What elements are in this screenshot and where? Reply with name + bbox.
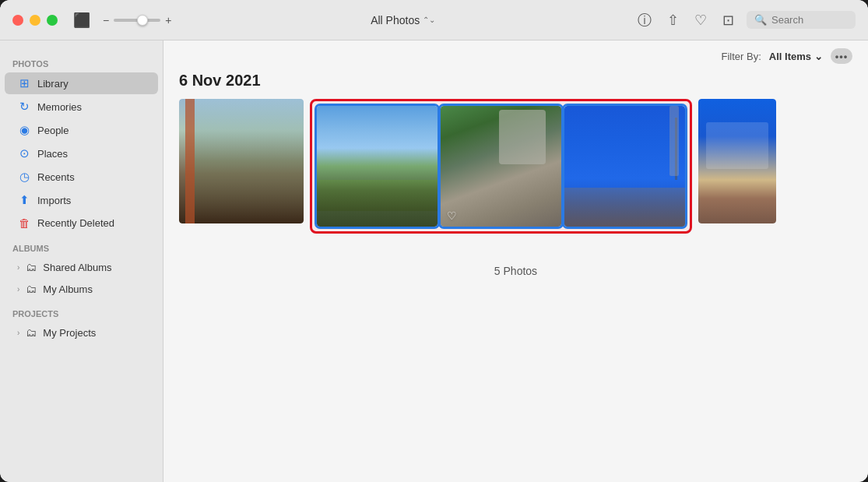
imports-icon: ⬆: [17, 193, 31, 207]
photos-section: 6 Nov 2021: [163, 72, 868, 482]
more-options-button[interactable]: •••: [831, 48, 852, 64]
zoom-slider-thumb[interactable]: [137, 15, 148, 26]
folder-icon: 🗂: [26, 261, 37, 273]
minimize-button[interactable]: [30, 15, 40, 26]
recents-icon: ◷: [17, 170, 31, 184]
people-icon: ◉: [17, 123, 31, 137]
share-icon[interactable]: ⇧: [664, 9, 682, 32]
places-icon: ⊙: [17, 146, 31, 160]
sidebar-item-label: Memories: [37, 101, 82, 113]
toolbar-left: ⬛ − +: [70, 9, 171, 32]
all-photos-dropdown[interactable]: All Photos ⌃⌄: [364, 11, 441, 30]
sidebar-item-label: Places: [37, 148, 68, 160]
toolbar-center: All Photos ⌃⌄: [364, 11, 441, 30]
sidebar-item-label: Recently Deleted: [37, 217, 114, 229]
sidebar-item-my-projects[interactable]: › 🗂 My Projects: [5, 322, 158, 343]
close-button[interactable]: [12, 15, 23, 26]
zoom-control: − +: [103, 14, 171, 26]
photo-1[interactable]: [179, 99, 304, 223]
sidebar-item-memories[interactable]: ↻ Memories: [5, 96, 158, 118]
zoom-plus-button[interactable]: +: [165, 14, 171, 26]
sidebar-item-recently-deleted[interactable]: 🗑 Recently Deleted: [5, 213, 158, 234]
sidebar-item-label: Library: [37, 78, 69, 90]
crop-icon[interactable]: ⊡: [719, 9, 737, 32]
maximize-button[interactable]: [47, 15, 58, 26]
slideshow-icon[interactable]: ⬛: [70, 9, 93, 32]
favorite-heart-icon: ♡: [447, 209, 457, 222]
search-box[interactable]: 🔍: [747, 11, 856, 29]
filter-bar: Filter By: All Items ⌄ •••: [163, 40, 868, 72]
search-input[interactable]: [771, 14, 848, 26]
sidebar-section-photos: Photos: [0, 56, 163, 72]
traffic-lights: [12, 15, 58, 26]
sidebar-item-label: My Projects: [43, 327, 96, 339]
sidebar-item-library[interactable]: ⊞ Library: [5, 72, 158, 94]
sidebar-item-imports[interactable]: ⬆ Imports: [5, 189, 158, 211]
library-icon: ⊞: [17, 76, 31, 90]
sidebar-item-label: My Albums: [43, 283, 93, 295]
photos-row: ♡: [179, 99, 852, 234]
date-header: 6 Nov 2021: [179, 72, 852, 90]
photo-2[interactable]: [317, 106, 438, 227]
zoom-slider[interactable]: [114, 19, 160, 22]
sidebar-item-places[interactable]: ⊙ Places: [5, 142, 158, 164]
folder-icon-2: 🗂: [26, 283, 37, 295]
main-window: ⬛ − + All Photos ⌃⌄ ⓘ ⇧ ♡ ⊡ 🔍: [0, 0, 868, 482]
sidebar-item-label: Recents: [37, 171, 75, 183]
selection-box: ♡: [310, 99, 692, 234]
content-area: Filter By: All Items ⌄ ••• 6 Nov 2021: [163, 40, 868, 482]
zoom-minus-button[interactable]: −: [103, 14, 109, 26]
all-photos-label: All Photos: [371, 14, 420, 26]
filter-by-label: Filter By:: [722, 51, 761, 62]
chevron-up-down-icon: ⌃⌄: [423, 16, 435, 24]
info-icon[interactable]: ⓘ: [634, 8, 655, 33]
sidebar-item-recents[interactable]: ◷ Recents: [5, 166, 158, 188]
toolbar-right: ⓘ ⇧ ♡ ⊡ 🔍: [634, 8, 856, 33]
folder-icon-3: 🗂: [26, 326, 37, 339]
sidebar-item-label: Shared Albums: [43, 262, 111, 273]
filter-value: All Items: [769, 51, 811, 62]
sidebar-section-albums: Albums: [0, 241, 163, 256]
trash-icon: 🗑: [17, 216, 31, 230]
sidebar-item-people[interactable]: ◉ People: [5, 119, 158, 141]
photo-count: 5 Photos: [179, 265, 852, 293]
filter-chevron-icon: ⌄: [814, 51, 823, 62]
sidebar-item-label: People: [37, 125, 69, 136]
sidebar-item-my-albums[interactable]: › 🗂 My Albums: [5, 279, 158, 299]
photo-5[interactable]: [698, 99, 776, 223]
filter-dropdown[interactable]: All Items ⌄: [769, 51, 823, 62]
sidebar-item-shared-albums[interactable]: › 🗂 Shared Albums: [5, 257, 158, 277]
heart-icon[interactable]: ♡: [691, 9, 710, 32]
chevron-right-icon-2: ›: [17, 285, 19, 294]
memories-icon: ↻: [17, 100, 31, 114]
titlebar: ⬛ − + All Photos ⌃⌄ ⓘ ⇧ ♡ ⊡ 🔍: [0, 0, 868, 40]
main-layout: Photos ⊞ Library ↻ Memories ◉ People ⊙ P…: [0, 40, 868, 482]
search-icon: 🔍: [754, 14, 767, 26]
sidebar-item-label: Imports: [37, 195, 71, 206]
photo-4[interactable]: [564, 106, 685, 227]
chevron-right-icon-3: ›: [17, 329, 19, 337]
chevron-right-icon: ›: [17, 263, 19, 272]
sidebar-section-projects: Projects: [0, 306, 163, 322]
sidebar: Photos ⊞ Library ↻ Memories ◉ People ⊙ P…: [0, 40, 163, 482]
photo-3[interactable]: ♡: [441, 106, 561, 227]
